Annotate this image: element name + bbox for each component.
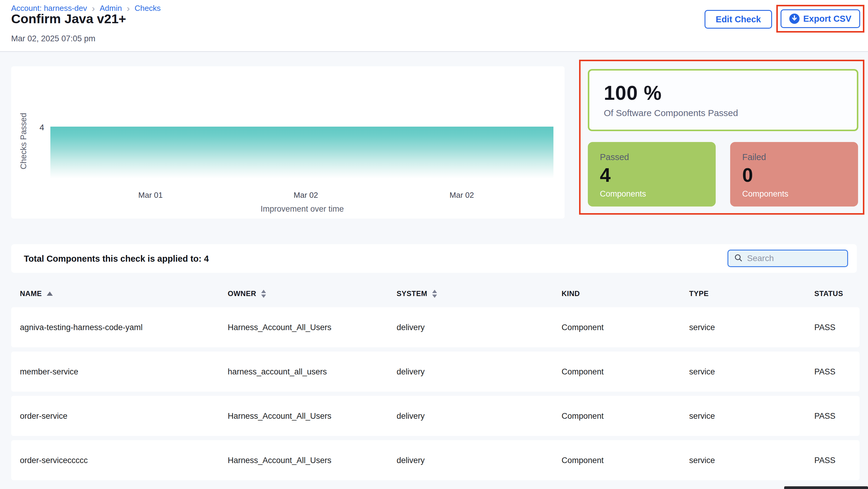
column-label: KIND bbox=[562, 289, 580, 298]
percent-passed-value: 100 % bbox=[604, 82, 857, 104]
search-input[interactable] bbox=[747, 254, 856, 263]
cell-owner: Harness_Account_All_Users bbox=[228, 456, 332, 465]
failed-label: Failed bbox=[742, 152, 858, 162]
column-label: STATUS bbox=[814, 289, 843, 298]
cell-status: PASS bbox=[814, 411, 835, 421]
cell-kind: Component bbox=[562, 411, 604, 421]
stats-annotation-box: 100 % Of Software Components Passed Pass… bbox=[579, 60, 864, 215]
breadcrumb-separator: › bbox=[127, 4, 130, 12]
edit-check-button[interactable]: Edit Check bbox=[705, 10, 772, 29]
passed-label: Passed bbox=[600, 152, 716, 162]
total-components-label: Total Components this check is applied t… bbox=[24, 254, 209, 263]
export-annotation-box: Export CSV bbox=[776, 5, 864, 33]
column-header-owner[interactable]: OWNER bbox=[228, 289, 266, 298]
cell-owner: harness_account_all_users bbox=[228, 367, 327, 376]
main-content: Checks Passed 4 Mar 01Mar 02Mar 02 Impro… bbox=[0, 53, 868, 489]
percent-passed-caption: Of Software Components Passed bbox=[604, 108, 857, 118]
cell-system: delivery bbox=[397, 456, 425, 465]
page-title: Confirm Java v21+ bbox=[11, 11, 126, 26]
cell-name: order-serviceccccc bbox=[20, 456, 88, 465]
cell-system: delivery bbox=[397, 323, 425, 332]
failed-unit: Components bbox=[742, 189, 858, 199]
checks-passed-chart-card: Checks Passed 4 Mar 01Mar 02Mar 02 Impro… bbox=[11, 66, 565, 219]
sort-toggle-icon bbox=[261, 290, 266, 298]
search-box[interactable] bbox=[727, 250, 848, 267]
sort-asc-icon bbox=[47, 292, 53, 296]
cell-kind: Component bbox=[562, 323, 604, 332]
cell-status: PASS bbox=[814, 323, 835, 332]
cell-name: agniva-testing-harness-code-yaml bbox=[20, 323, 143, 332]
cell-type: service bbox=[689, 456, 715, 465]
check-timestamp: Mar 02, 2025 07:05 pm bbox=[11, 34, 95, 43]
cell-status: PASS bbox=[814, 367, 835, 376]
cell-kind: Component bbox=[562, 367, 604, 376]
breadcrumb-separator: › bbox=[92, 4, 95, 12]
table-row[interactable]: agniva-testing-harness-code-yamlHarness_… bbox=[11, 307, 860, 347]
export-csv-label: Export CSV bbox=[803, 14, 851, 24]
column-header-system[interactable]: SYSTEM bbox=[397, 289, 437, 298]
passed-unit: Components bbox=[600, 189, 716, 199]
x-axis-tick: Mar 02 bbox=[450, 191, 474, 200]
column-header-name[interactable]: NAME bbox=[20, 289, 53, 298]
column-label: NAME bbox=[20, 289, 42, 298]
area-series bbox=[50, 127, 553, 178]
total-components-bar: Total Components this check is applied t… bbox=[11, 244, 857, 273]
cell-system: delivery bbox=[397, 411, 425, 421]
page-header: Account: harness-dev›Admin›Checks Confir… bbox=[0, 0, 868, 52]
table-row[interactable]: order-serviceHarness_Account_All_Usersde… bbox=[11, 396, 860, 436]
y-axis-label: Checks Passed bbox=[19, 113, 28, 169]
export-csv-button[interactable]: Export CSV bbox=[780, 9, 860, 28]
download-circle-icon bbox=[789, 13, 800, 24]
failed-card: Failed 0 Components bbox=[730, 142, 858, 206]
table-header-row: NAMEOWNERSYSTEMKINDTYPESTATUS bbox=[11, 285, 860, 302]
x-axis-labels: Mar 01Mar 02Mar 02 bbox=[11, 191, 565, 201]
cell-system: delivery bbox=[397, 367, 425, 376]
cell-kind: Component bbox=[562, 456, 604, 465]
table-body: agniva-testing-harness-code-yamlHarness_… bbox=[11, 307, 860, 485]
failed-value: 0 bbox=[742, 164, 858, 186]
column-label: OWNER bbox=[228, 289, 256, 298]
cell-status: PASS bbox=[814, 456, 835, 465]
x-axis-tick: Mar 01 bbox=[138, 191, 163, 200]
column-label: SYSTEM bbox=[397, 289, 427, 298]
sort-toggle-icon bbox=[432, 290, 437, 298]
bottom-scrollbar-thumb[interactable] bbox=[784, 486, 868, 489]
x-axis-tick: Mar 02 bbox=[294, 191, 318, 200]
column-header-kind: KIND bbox=[562, 289, 580, 298]
column-header-status: STATUS bbox=[814, 289, 843, 298]
cell-name: member-service bbox=[20, 367, 79, 376]
passed-value: 4 bbox=[600, 164, 716, 186]
table-row[interactable]: order-servicecccccHarness_Account_All_Us… bbox=[11, 440, 860, 480]
column-label: TYPE bbox=[689, 289, 709, 298]
y-axis-tick: 4 bbox=[39, 123, 44, 132]
search-icon bbox=[734, 253, 743, 263]
passed-card: Passed 4 Components bbox=[588, 142, 716, 206]
breadcrumb-link[interactable]: Checks bbox=[134, 4, 161, 13]
cell-owner: Harness_Account_All_Users bbox=[228, 411, 332, 421]
cell-type: service bbox=[689, 411, 715, 421]
cell-type: service bbox=[689, 367, 715, 376]
table-row[interactable]: member-serviceharness_account_all_usersd… bbox=[11, 352, 860, 392]
x-axis-caption: Improvement over time bbox=[260, 204, 344, 214]
cell-name: order-service bbox=[20, 411, 67, 421]
cell-owner: Harness_Account_All_Users bbox=[228, 323, 332, 332]
cell-type: service bbox=[689, 323, 715, 332]
column-header-type: TYPE bbox=[689, 289, 709, 298]
percent-passed-card: 100 % Of Software Components Passed bbox=[588, 69, 858, 131]
